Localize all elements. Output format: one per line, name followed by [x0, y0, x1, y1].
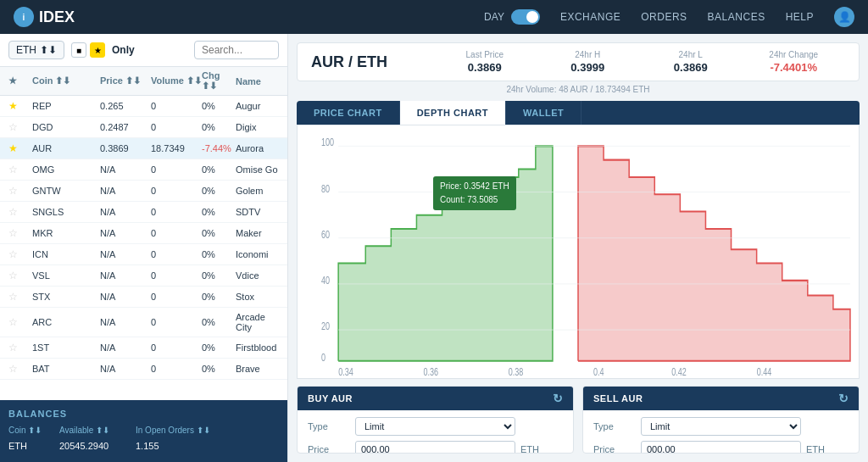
col-star: ★	[8, 70, 32, 92]
volume-bar: 24hr Volume: 48 AUR / 18.73494 ETH	[297, 85, 860, 94]
coin-row[interactable]: ☆ VSL N/A 0 0% Vdice	[0, 265, 287, 287]
coin-chg: 0%	[202, 122, 236, 132]
star-icon[interactable]: ☆	[8, 227, 32, 239]
bal-col-orders[interactable]: In Open Orders ⬆⬇	[136, 426, 279, 435]
svg-text:0.44: 0.44	[757, 366, 772, 378]
buy-type-select[interactable]: Limit	[355, 417, 515, 436]
col-name: Name	[236, 70, 279, 92]
nav-help[interactable]: HELP	[786, 11, 814, 23]
star-icon[interactable]: ☆	[8, 342, 32, 353]
col-volume[interactable]: Volume ⬆⬇	[151, 70, 202, 92]
buy-refresh-icon[interactable]: ↻	[553, 392, 564, 405]
change-value: -7.4401%	[743, 61, 846, 74]
bal-col-available[interactable]: Available ⬆⬇	[59, 426, 136, 435]
svg-text:0.38: 0.38	[509, 366, 524, 378]
sell-price-input[interactable]	[641, 441, 801, 454]
tab-wallet[interactable]: WALLET	[506, 101, 581, 125]
star-icon[interactable]: ★	[8, 142, 32, 154]
col-chg[interactable]: Chg ⬆⬇	[202, 70, 236, 92]
buy-form: Type Limit Price ETH	[298, 410, 573, 454]
star-icon[interactable]: ☆	[8, 248, 32, 260]
star-icon[interactable]: ☆	[8, 363, 32, 375]
coin-row[interactable]: ☆ ICN N/A 0 0% Iconomi	[0, 244, 287, 265]
buy-type-label: Type	[308, 421, 350, 431]
coin-price: N/A	[100, 270, 151, 281]
coin-row[interactable]: ☆ BAT N/A 0 0% Brave	[0, 359, 287, 380]
coin-name: Arcade City	[236, 312, 279, 332]
coin-volume: 0	[151, 270, 202, 281]
svg-text:0.42: 0.42	[671, 366, 687, 378]
coin-name: SDTV	[236, 207, 279, 217]
bal-col-coin[interactable]: Coin ⬆⬇	[8, 426, 59, 435]
col-price[interactable]: Price ⬆⬇	[100, 70, 151, 92]
coin-volume: 0	[151, 207, 202, 217]
sell-type-select[interactable]: Limit	[641, 417, 801, 436]
svg-text:60: 60	[321, 228, 330, 240]
coin-row[interactable]: ☆ MKR N/A 0 0% Maker	[0, 223, 287, 244]
coin-rows-container: ★ REP 0.265 0 0% Augur ☆ DGD 0.2487 0 0%…	[0, 96, 287, 380]
star-icon[interactable]: ☆	[8, 121, 32, 133]
buy-price-unit: ETH	[520, 444, 563, 454]
coin-chg: 0%	[202, 207, 236, 217]
coin-table: ★ Coin ⬆⬇ Price ⬆⬇ Volume ⬆⬇ Chg ⬆⬇ Name…	[0, 67, 287, 400]
last-price-label: Last Price	[433, 50, 537, 59]
buy-price-input[interactable]	[355, 441, 515, 454]
coin-row[interactable]: ☆ STX N/A 0 0% Stox	[0, 287, 287, 308]
coin-row[interactable]: ☆ 1ST N/A 0 0% Firstblood	[0, 337, 287, 359]
star-icon[interactable]: ★	[8, 100, 32, 112]
logo-icon: i	[14, 7, 34, 27]
user-icon[interactable]: 👤	[834, 7, 854, 27]
eth-select[interactable]: ETH ⬆⬇	[8, 41, 64, 59]
star-icon[interactable]: ☆	[8, 316, 32, 328]
logo: i IDEX	[14, 7, 75, 27]
star-icon[interactable]: ☆	[8, 270, 32, 281]
coin-symbol: ICN	[32, 249, 100, 259]
coin-volume: 0	[151, 122, 202, 132]
coin-volume: 0	[151, 364, 202, 374]
tab-depth-chart[interactable]: DEPTH CHART	[400, 101, 506, 125]
coin-chg: 0%	[202, 270, 236, 281]
square-filter-icon[interactable]: ■	[71, 42, 86, 58]
coin-row[interactable]: ☆ OMG N/A 0 0% Omise Go	[0, 159, 287, 181]
depth-chart-svg: 100 80 60 40 20 0 0.34 0.36 0.38 0.4 0.4…	[298, 125, 859, 378]
nav-exchange[interactable]: EXCHANGE	[560, 11, 620, 23]
search-input[interactable]	[194, 41, 279, 59]
coin-row[interactable]: ☆ GNTW N/A 0 0% Golem	[0, 181, 287, 202]
nav-balances[interactable]: BALANCES	[708, 11, 765, 23]
tab-price-chart[interactable]: PRICE CHART	[297, 101, 400, 125]
coin-price: N/A	[100, 186, 151, 196]
toggle-knob	[526, 11, 538, 23]
bal-open-orders: 1.155	[136, 441, 279, 451]
coin-row[interactable]: ★ AUR 0.3869 18.7349 -7.44% Aurora	[0, 138, 287, 159]
coin-volume: 18.7349	[151, 143, 202, 153]
coin-name: Augur	[236, 101, 279, 111]
coin-name: Stox	[236, 292, 279, 302]
tooltip-price: Price: 0.3542 ETH	[440, 180, 509, 193]
nav-orders[interactable]: ORDERS	[641, 11, 687, 23]
low-stat: 24hr L 0.3869	[639, 50, 743, 74]
svg-text:20: 20	[321, 320, 330, 332]
coin-row[interactable]: ☆ DGD 0.2487 0 0% Digix	[0, 117, 287, 138]
star-icon[interactable]: ☆	[8, 291, 32, 303]
balances-title: BALANCES	[8, 409, 279, 419]
svg-text:100: 100	[321, 136, 334, 148]
buy-sell-row: BUY AUR ↻ Type Limit Price ETH SELL	[297, 386, 860, 454]
coin-row[interactable]: ☆ ARC N/A 0 0% Arcade City	[0, 308, 287, 337]
eth-select-value: ETH	[16, 44, 36, 56]
select-arrow-icon: ⬆⬇	[40, 44, 57, 56]
svg-text:80: 80	[321, 182, 330, 194]
star-icon[interactable]: ☆	[8, 206, 32, 218]
day-toggle[interactable]	[511, 9, 540, 25]
tooltip-count: Count: 73.5085	[440, 193, 509, 207]
balances-header: Coin ⬆⬇ Available ⬆⬇ In Open Orders ⬆⬇	[8, 426, 279, 435]
sell-form: Type Limit Price ETH	[583, 410, 859, 454]
col-coin[interactable]: Coin ⬆⬇	[32, 70, 100, 92]
star-icon[interactable]: ☆	[8, 185, 32, 197]
bal-coin: ETH	[8, 441, 59, 451]
sell-refresh-icon[interactable]: ↻	[838, 392, 849, 405]
coin-row[interactable]: ★ REP 0.265 0 0% Augur	[0, 96, 287, 117]
star-icon[interactable]: ☆	[8, 164, 32, 175]
coin-row[interactable]: ☆ SNGLS N/A 0 0% SDTV	[0, 202, 287, 223]
right-panel: AUR / ETH Last Price 0.3869 24hr H 0.399…	[288, 34, 868, 462]
star-filter-icon[interactable]: ★	[90, 42, 105, 58]
